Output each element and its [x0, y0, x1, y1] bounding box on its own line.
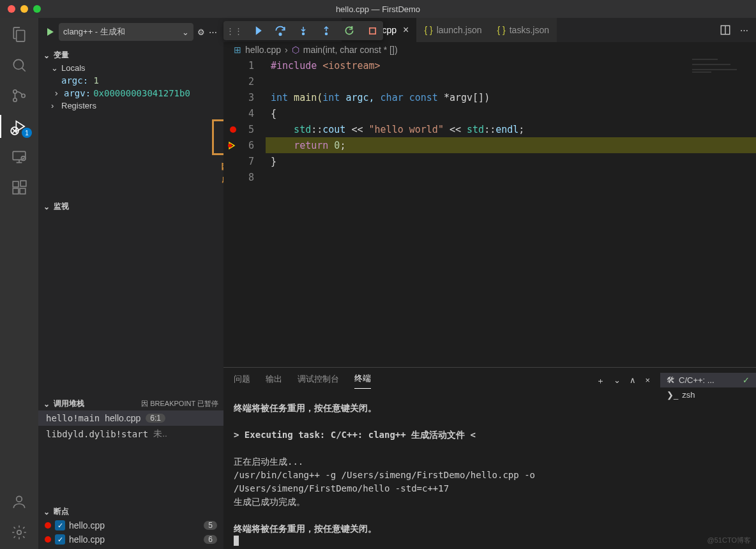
callstack-status: 因 BREAKPOINT 已暂停: [141, 399, 218, 409]
svg-point-3: [22, 94, 25, 97]
watermark: @51CTO博客: [707, 536, 751, 545]
svg-point-13: [279, 33, 281, 35]
extensions-icon[interactable]: [10, 179, 28, 197]
svg-point-18: [228, 144, 232, 147]
svg-point-11: [17, 496, 22, 502]
step-out-button[interactable]: [319, 24, 333, 38]
stop-button[interactable]: [365, 24, 379, 38]
split-editor-icon[interactable]: [720, 24, 731, 36]
locals-scope[interactable]: ⌄Locals: [38, 62, 223, 74]
stack-frame-1[interactable]: libdyld.dylib!start 未..: [38, 426, 223, 442]
panel-tab-terminal[interactable]: 终端: [354, 373, 371, 389]
tab-tasks-json[interactable]: { } tasks.json: [489, 18, 557, 42]
breakpoint-dot-icon: [45, 522, 51, 529]
svg-rect-19: [692, 59, 718, 60]
svg-rect-22: [692, 71, 711, 73]
breakpoints-section[interactable]: ⌄断点: [38, 505, 223, 518]
chevron-down-icon: ⌄: [182, 27, 189, 37]
code-editor[interactable]: 1 2 3 4 5 6 7 8 #include <iostream> int …: [223, 57, 756, 367]
svg-rect-8: [13, 188, 19, 194]
tools-icon: 🛠: [667, 375, 675, 385]
account-icon[interactable]: [10, 493, 28, 511]
debug-sidebar: clang++ - 生成和 ⌄ ⚙ ⋯ ⌄变量 ⌄Locals argc: 1 …: [38, 18, 223, 549]
svg-point-15: [326, 33, 328, 35]
start-debug-button[interactable]: [45, 27, 55, 37]
variables-section[interactable]: ⌄变量: [38, 49, 223, 62]
debug-config-select[interactable]: clang++ - 生成和 ⌄: [59, 23, 193, 41]
terminal-item-1[interactable]: ❯_ zsh: [660, 387, 756, 402]
search-icon[interactable]: [10, 56, 28, 74]
svg-rect-21: [692, 69, 737, 70]
close-panel-icon[interactable]: ×: [645, 375, 650, 387]
terminal-dropdown-icon[interactable]: ⌄: [614, 375, 621, 387]
svg-point-12: [17, 530, 22, 535]
terminal-icon: ❯_: [667, 390, 678, 400]
svg-rect-9: [20, 188, 26, 194]
explorer-icon[interactable]: [10, 26, 28, 43]
tab-launch-json[interactable]: { } launch.json: [416, 18, 489, 42]
window-title: hello.cpp — FirstDemo: [336, 4, 420, 14]
svg-rect-10: [20, 181, 26, 186]
titlebar: hello.cpp — FirstDemo: [0, 0, 756, 18]
breakpoint-marker[interactable]: [230, 126, 236, 133]
run-debug-icon[interactable]: 1: [10, 117, 28, 135]
more-icon[interactable]: ⋯: [209, 27, 217, 37]
terminal-cursor: [234, 536, 239, 546]
drag-handle-icon[interactable]: ⋮⋮: [227, 24, 241, 38]
breakpoint-dot-icon: [45, 536, 51, 543]
svg-point-0: [13, 59, 23, 69]
window-minimize[interactable]: [20, 5, 28, 13]
activity-bar: 1: [0, 18, 38, 549]
gear-icon[interactable]: ⚙: [197, 27, 205, 37]
execution-pointer-icon: [227, 140, 238, 151]
source-control-icon[interactable]: [10, 87, 28, 105]
check-icon: ✓: [743, 375, 750, 385]
line-gutter[interactable]: 1 2 3 4 5 6 7 8: [223, 57, 266, 367]
cpp-file-icon: ⊞: [234, 45, 241, 55]
breadcrumb[interactable]: ⊞ hello.cpp › ⬡ main(int, char const * […: [223, 42, 756, 57]
breakpoint-item-0[interactable]: ✓ hello.cpp 5: [38, 518, 223, 532]
variable-argc[interactable]: argc: 1: [38, 74, 223, 87]
terminal-item-0[interactable]: 🛠 C/C++: ... ✓: [660, 373, 756, 387]
svg-point-1: [13, 90, 17, 93]
breakpoint-checkbox[interactable]: ✓: [55, 534, 65, 545]
svg-rect-20: [692, 64, 730, 65]
bottom-panel: 问题 输出 调试控制台 终端 ＋ ⌄ ∧ × 终端将被任务重用，按任意键关闭。 …: [223, 367, 756, 549]
new-terminal-button[interactable]: ＋: [596, 375, 605, 387]
watch-section[interactable]: ⌄监视: [38, 200, 223, 213]
panel-tab-output[interactable]: 输出: [266, 373, 282, 389]
breakpoint-checkbox[interactable]: ✓: [55, 520, 65, 530]
variable-argv[interactable]: ›argv: 0x00000003041271b0: [38, 87, 223, 100]
debug-toolbar: ⋮⋮: [223, 21, 383, 40]
terminal-output[interactable]: 终端将被任务重用，按任意键关闭。 > Executing task: C/C++…: [223, 394, 660, 549]
symbol-icon: ⬡: [292, 45, 299, 55]
editor-tabs: ⋮⋮ ⊞ hello.cpp × { } launch.json { } tas…: [223, 18, 756, 42]
stack-frame-0[interactable]: hello!main hello.cpp 6:1: [38, 410, 223, 426]
json-file-icon: { }: [424, 25, 432, 35]
panel-tab-problems[interactable]: 问题: [234, 373, 250, 389]
svg-rect-7: [13, 181, 19, 187]
step-over-button[interactable]: [273, 24, 287, 38]
panel-tab-debug-console[interactable]: 调试控制台: [298, 373, 339, 389]
debug-config-label: clang++ - 生成和: [63, 26, 125, 38]
breakpoint-item-1[interactable]: ✓ hello.cpp 6: [38, 532, 223, 546]
window-maximize[interactable]: [33, 5, 41, 13]
svg-rect-16: [369, 27, 375, 33]
svg-point-14: [303, 33, 305, 35]
settings-icon[interactable]: [10, 523, 28, 541]
registers-scope[interactable]: ›Registers: [38, 100, 223, 112]
debug-badge: 1: [22, 128, 32, 138]
json-file-icon: { }: [497, 25, 505, 35]
callstack-section[interactable]: ⌄调用堆栈: [43, 398, 84, 409]
more-actions-icon[interactable]: ⋯: [740, 26, 748, 35]
continue-button[interactable]: [250, 24, 264, 38]
maximize-panel-icon[interactable]: ∧: [630, 375, 636, 387]
svg-point-2: [13, 98, 17, 102]
close-icon[interactable]: ×: [403, 24, 409, 36]
step-into-button[interactable]: [296, 24, 310, 38]
terminal-list: 🛠 C/C++: ... ✓ ❯_ zsh: [660, 368, 756, 549]
window-close[interactable]: [8, 5, 15, 13]
minimap[interactable]: [692, 57, 756, 96]
restart-button[interactable]: [342, 24, 356, 38]
remote-icon[interactable]: [10, 148, 28, 166]
